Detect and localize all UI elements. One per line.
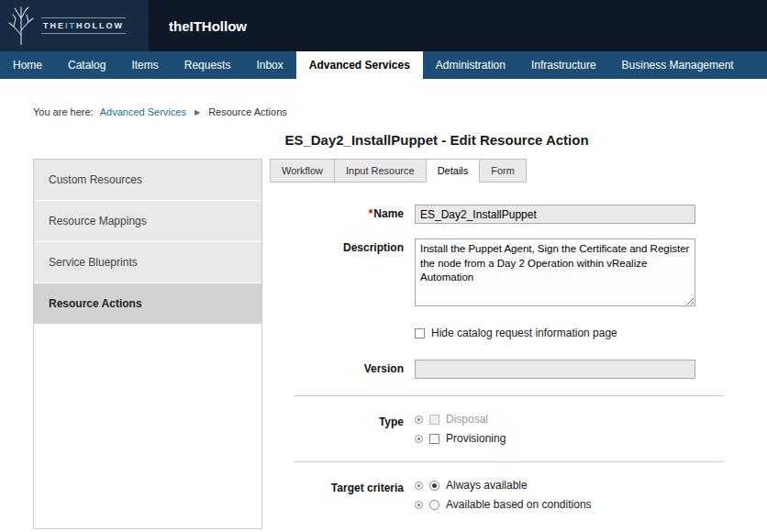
- tree-logo-icon: [6, 6, 37, 45]
- tenant-name: theITHollow: [149, 0, 247, 51]
- breadcrumb-link-advanced-services[interactable]: Advanced Services: [100, 106, 186, 117]
- tab-input-resource[interactable]: Input Resource: [335, 159, 427, 183]
- nav-item-requests[interactable]: Requests: [172, 51, 244, 79]
- type-disposal-label: Disposal: [446, 413, 488, 426]
- hide-catalog-checkbox[interactable]: [415, 328, 425, 338]
- logo-text-part3: HOLLOW: [76, 21, 124, 30]
- target-criteria-label: Target criteria: [270, 479, 415, 511]
- target-always-available-label: Always available: [446, 479, 528, 492]
- breadcrumb: You are here: Advanced Services ▶ Resour…: [33, 106, 767, 117]
- main-nav: Home Catalog Items Requests Inbox Advanc…: [0, 51, 767, 79]
- hide-catalog-row: Hide catalog request information page: [270, 324, 767, 339]
- type-provisioning-checkbox[interactable]: [429, 434, 439, 444]
- nav-item-inbox[interactable]: Inbox: [243, 51, 295, 79]
- type-disposal-checkbox[interactable]: [429, 415, 439, 425]
- section-divider: [294, 395, 725, 396]
- description-field-row: Description Install the Puppet Agent, Si…: [270, 238, 767, 309]
- sidebar-item-resource-actions[interactable]: Resource Actions: [34, 283, 261, 325]
- page-title: ES_Day2_InstallPuppet - Edit Resource Ac…: [262, 132, 611, 148]
- logo-text-part2: IT: [65, 21, 76, 30]
- logo-text-part1: THE: [43, 21, 65, 30]
- required-marker: *: [369, 207, 373, 220]
- version-field-row: Version: [270, 360, 767, 379]
- breadcrumb-arrow-icon: ▶: [195, 108, 200, 116]
- target-criteria-row: Target criteria Always available Availab…: [270, 479, 767, 511]
- nav-item-items[interactable]: Items: [118, 51, 171, 79]
- nav-item-administration[interactable]: Administration: [423, 51, 518, 79]
- name-input[interactable]: [415, 205, 695, 224]
- nav-item-home[interactable]: Home: [0, 51, 55, 79]
- name-label: Name: [373, 207, 404, 220]
- target-conditions-label: Available based on conditions: [446, 498, 592, 511]
- info-icon: [415, 482, 423, 490]
- details-form: *Name Description Install the Puppet Age…: [270, 205, 767, 511]
- target-conditions-radio[interactable]: [429, 500, 439, 510]
- info-icon: [415, 501, 423, 509]
- company-logo[interactable]: THEITHOLLOW: [0, 0, 149, 51]
- version-input[interactable]: [415, 360, 695, 379]
- version-label: Version: [270, 360, 415, 379]
- nav-item-business-management[interactable]: Business Management: [609, 51, 747, 79]
- target-always-available-radio[interactable]: [429, 481, 439, 491]
- type-provisioning-label: Provisioning: [446, 432, 506, 445]
- breadcrumb-current: Resource Actions: [208, 106, 287, 117]
- hide-catalog-label: Hide catalog request information page: [431, 327, 617, 339]
- tab-details[interactable]: Details: [427, 159, 481, 183]
- sidebar-item-resource-mappings[interactable]: Resource Mappings: [34, 201, 261, 242]
- description-textarea[interactable]: Install the Puppet Agent, Sign the Certi…: [415, 238, 695, 306]
- sidebar-item-custom-resources[interactable]: Custom Resources: [34, 160, 261, 201]
- type-label: Type: [270, 413, 415, 445]
- nav-item-infrastructure[interactable]: Infrastructure: [518, 51, 609, 79]
- breadcrumb-prefix: You are here:: [33, 106, 94, 117]
- tab-workflow[interactable]: Workflow: [270, 159, 335, 183]
- tab-form[interactable]: Form: [480, 159, 527, 183]
- detail-tabs: Workflow Input Resource Details Form: [270, 159, 767, 183]
- app-header: THEITHOLLOW theITHollow: [0, 0, 767, 51]
- info-icon: [415, 416, 423, 424]
- info-icon: [415, 435, 423, 443]
- description-label: Description: [270, 238, 415, 309]
- sidebar-item-service-blueprints[interactable]: Service Blueprints: [34, 242, 261, 283]
- logo-text: THEITHOLLOW: [41, 17, 126, 34]
- nav-item-advanced-services[interactable]: Advanced Services: [296, 51, 423, 79]
- nav-item-catalog[interactable]: Catalog: [55, 51, 118, 79]
- sidebar: Custom Resources Resource Mappings Servi…: [33, 159, 262, 529]
- section-divider: [294, 461, 725, 462]
- name-field-row: *Name: [270, 205, 767, 224]
- type-field-row: Type Disposal Provisioning: [270, 413, 767, 445]
